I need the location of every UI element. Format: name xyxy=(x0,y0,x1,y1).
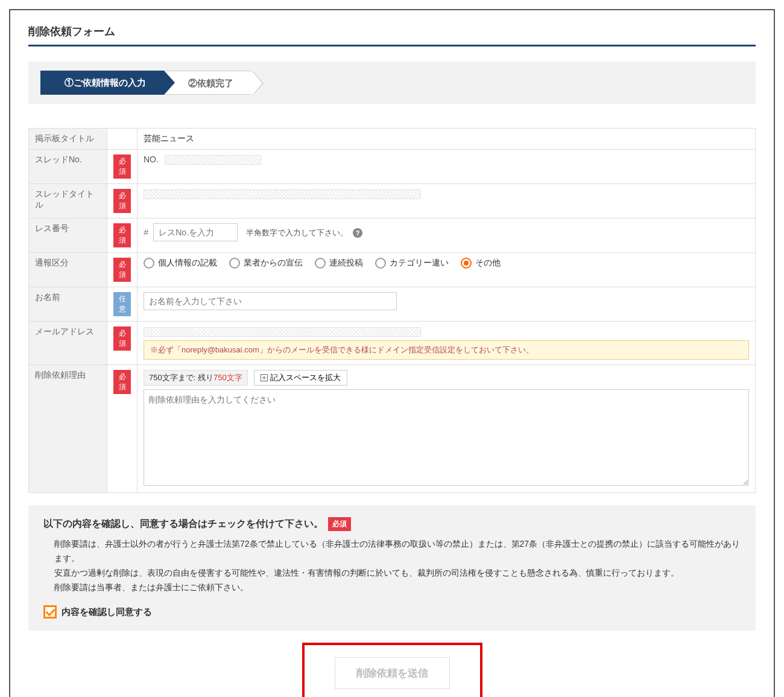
agree-checkbox[interactable] xyxy=(43,605,57,619)
thread-no-value: x xyxy=(165,155,261,165)
required-badge: 必須 xyxy=(328,517,351,531)
thread-title-value: x xyxy=(144,189,421,199)
required-badge: 必須 xyxy=(113,223,131,247)
optional-badge: 任意 xyxy=(113,292,131,316)
radio-label: 連続投稿 xyxy=(329,258,363,269)
step-1: ①ご依頼情報の入力 xyxy=(40,71,164,95)
name-input[interactable] xyxy=(144,292,397,310)
label-name: お名前 xyxy=(29,287,107,322)
label-res-no: レス番号 xyxy=(29,218,107,253)
radio-icon xyxy=(315,258,326,269)
radio-icon xyxy=(375,258,386,269)
agree-checkbox-label: 内容を確認し同意する xyxy=(62,606,152,618)
res-no-hint: 半角数字で入力して下さい。 xyxy=(246,228,348,237)
res-no-input[interactable] xyxy=(153,223,238,241)
agreement-header-text: 以下の内容を確認し、同意する場合はチェックを付けて下さい。 xyxy=(43,518,323,530)
radio-other[interactable]: その他 xyxy=(461,258,501,269)
form-container: 削除依頼フォーム ①ご依頼情報の入力 ②依頼完了 掲示板タイトル 芸能ニュース … xyxy=(9,9,775,697)
label-thread-no: スレッドNo. xyxy=(29,150,107,184)
radio-icon xyxy=(144,258,154,269)
agreement-body: 削除要請は、弁護士以外の者が行うと弁護士法第72条で禁止している（非弁護士の法律… xyxy=(43,537,741,594)
required-badge: 必須 xyxy=(113,189,131,213)
char-counter: 750文字まで: 残り750文字 xyxy=(144,370,248,386)
step-2: ②依頼完了 xyxy=(164,71,251,95)
plus-icon xyxy=(261,374,268,381)
help-icon[interactable]: ? xyxy=(353,228,362,238)
value-board-title: 芸能ニュース xyxy=(138,129,756,150)
label-reason: 削除依頼理由 xyxy=(29,365,107,493)
email-domain-note: ※必ず「noreply@bakusai.com」からのメールを受信できる様にドメ… xyxy=(144,340,749,360)
label-report-type: 通報区分 xyxy=(29,253,107,287)
reason-textarea[interactable] xyxy=(144,389,749,486)
page-title: 削除依頼フォーム xyxy=(28,19,756,46)
radio-icon xyxy=(229,258,240,269)
report-type-radio-group: 個人情報の記載 業者からの宣伝 連続投稿 カテゴリー違い xyxy=(144,258,749,269)
agreement-box: 以下の内容を確認し、同意する場合はチェックを付けて下さい。 必須 削除要請は、弁… xyxy=(28,505,756,631)
radio-label: 個人情報の記載 xyxy=(158,258,217,269)
required-badge: 必須 xyxy=(113,154,131,179)
radio-spam[interactable]: 連続投稿 xyxy=(315,258,363,269)
thread-no-prefix: NO. xyxy=(144,154,159,164)
email-value: x xyxy=(144,327,421,337)
submit-button[interactable]: 削除依頼を送信 xyxy=(335,657,450,689)
form-table: 掲示板タイトル 芸能ニュース スレッドNo. 必須 NO. x スレッドタイトル… xyxy=(28,128,756,493)
expand-textarea-button[interactable]: 記入スペースを拡大 xyxy=(254,370,347,386)
label-board-title: 掲示板タイトル xyxy=(29,129,107,150)
radio-label: その他 xyxy=(475,258,501,269)
radio-label: カテゴリー違い xyxy=(390,258,449,269)
steps-bar: ①ご依頼情報の入力 ②依頼完了 xyxy=(28,62,756,104)
radio-vendor-promo[interactable]: 業者からの宣伝 xyxy=(229,258,303,269)
label-email: メールアドレス xyxy=(29,322,107,365)
submit-highlight-box: 削除依頼を送信 xyxy=(302,643,482,697)
required-badge: 必須 xyxy=(113,258,131,282)
label-thread-title: スレッドタイトル xyxy=(29,184,107,218)
radio-label: 業者からの宣伝 xyxy=(244,258,303,269)
required-badge: 必須 xyxy=(113,370,131,394)
required-badge: 必須 xyxy=(113,326,131,351)
radio-wrong-category[interactable]: カテゴリー違い xyxy=(375,258,449,269)
radio-personal-info[interactable]: 個人情報の記載 xyxy=(144,258,217,269)
radio-icon xyxy=(461,258,472,269)
hash-prefix: # xyxy=(144,227,148,237)
